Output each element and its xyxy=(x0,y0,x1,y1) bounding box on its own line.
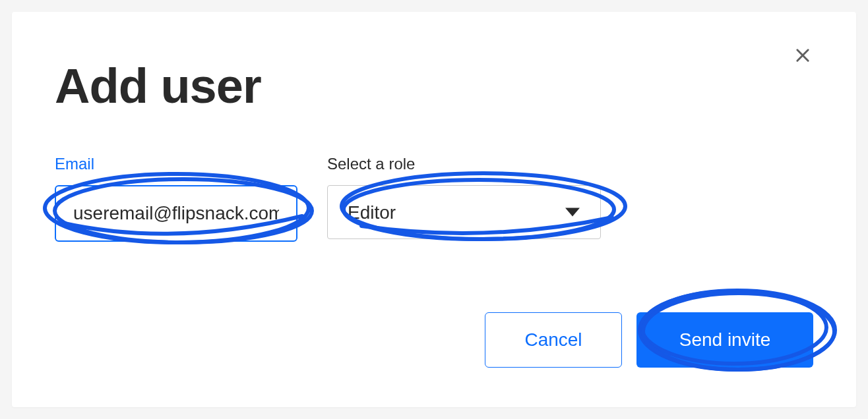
email-label: Email xyxy=(55,155,297,173)
email-field-group: Email xyxy=(55,155,297,242)
close-icon xyxy=(793,46,812,65)
button-row: Cancel Send invite xyxy=(485,312,813,368)
send-invite-button[interactable]: Send invite xyxy=(636,312,813,368)
modal-title: Add user xyxy=(55,58,813,114)
role-field-group: Select a role Editor xyxy=(327,155,601,242)
cancel-button[interactable]: Cancel xyxy=(485,312,622,368)
add-user-modal: Add user Email Select a role Editor Canc… xyxy=(12,12,856,407)
close-button[interactable] xyxy=(792,45,813,66)
email-input[interactable] xyxy=(55,185,297,242)
role-select[interactable]: Editor xyxy=(327,185,601,239)
form-row: Email Select a role Editor xyxy=(55,155,813,242)
role-select-wrap: Editor xyxy=(327,185,601,239)
role-label: Select a role xyxy=(327,155,601,173)
